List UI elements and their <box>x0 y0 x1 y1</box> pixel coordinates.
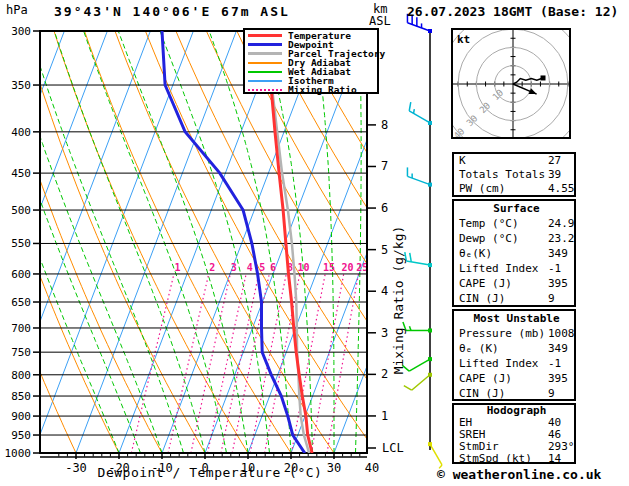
stat-value: 27 <box>548 154 561 168</box>
wind-barb-station-dot <box>428 373 432 377</box>
pressure-tick-label: 350 <box>11 79 31 92</box>
temperature-axis-label: Dewpoint / Temperature (°C) <box>90 465 330 480</box>
wind-barb <box>405 252 432 267</box>
wind-barb-staff <box>406 261 430 265</box>
legend-sample-thick <box>248 43 282 46</box>
wind-barb-tick <box>409 102 411 111</box>
wind-barb-staff <box>409 359 430 371</box>
stats-panel-most-unstable: Most UnstablePressure (mb)1008θₑ (K)349L… <box>452 309 576 401</box>
wind-barb-station-dot <box>428 183 432 187</box>
stat-value: 24.9 <box>548 216 575 231</box>
hodograph-trace <box>513 78 543 84</box>
altitude-axis-asl-label: ASL <box>369 14 391 28</box>
hodograph-unit-label: kt <box>457 33 470 46</box>
legend-box: TemperatureDewpointParcel TrajectoryDry … <box>243 28 379 94</box>
mixing-ratio-line <box>232 274 269 453</box>
temp-tick-label: -30 <box>65 461 87 475</box>
mixing-ratio-value-label: 20 <box>341 262 353 273</box>
stat-label: StmSpd (kt) <box>459 452 532 465</box>
stat-label: Pressure (mb) <box>459 327 545 340</box>
stat-label: CIN (J) <box>459 387 505 400</box>
legend-sample-thin <box>248 62 282 64</box>
hodograph-trace-end-marker <box>541 75 546 80</box>
km-tick-label: 8 <box>381 118 388 132</box>
km-tick-label: 6 <box>381 201 388 215</box>
pressure-tick-label: 550 <box>11 237 31 250</box>
wind-barb <box>428 442 442 468</box>
isotherm-line <box>0 31 64 453</box>
stat-label: CAPE (J) <box>459 277 512 290</box>
stat-row: Dewp (°C)23.2 <box>454 231 574 246</box>
stat-row: K27 <box>454 154 574 168</box>
dewpoint-curve <box>162 31 305 453</box>
wind-barb <box>407 167 432 186</box>
pressure-tick-label: 900 <box>11 410 31 423</box>
km-tick-label: 3 <box>381 326 388 340</box>
mixing-ratio-value-label: 6 <box>270 262 276 273</box>
wind-barb-station-dot <box>428 263 432 267</box>
temp-tick-label: 40 <box>365 461 379 475</box>
stats-panel-surface: SurfaceTemp (°C)24.9Dewp (°C)23.2θₑ(K)34… <box>452 199 576 307</box>
mixing-ratio-value-label: 10 <box>297 262 309 273</box>
stat-label: Totals Totals <box>459 168 545 181</box>
legend-sample-thick <box>248 52 282 55</box>
wet-adiabat-line <box>160 31 270 453</box>
pressure-tick-label: 500 <box>11 204 31 217</box>
stat-value: 23.2 <box>548 231 575 246</box>
stat-value: 349 <box>548 246 568 261</box>
stat-row: CIN (J)9 <box>454 291 574 306</box>
pressure-tick-label: 600 <box>11 268 31 281</box>
stats-panel-hodograph: HodographEH40SREH46StmDir293°StmSpd (kt)… <box>452 403 576 464</box>
stat-row: CAPE (J)395 <box>454 371 574 386</box>
wind-barb <box>409 102 432 125</box>
km-tick-label: 2 <box>381 367 388 381</box>
stat-label: Temp (°C) <box>459 217 519 230</box>
station-title: 39°43'N 140°06'E 67m ASL <box>54 4 290 19</box>
panel-title: Surface <box>454 201 574 216</box>
stat-row: Totals Totals39 <box>454 168 574 182</box>
stat-row: PW (cm)4.55 <box>454 182 574 196</box>
stat-row: θₑ (K)349 <box>454 341 574 356</box>
mixing-ratio-line <box>327 274 359 453</box>
stat-label: CAPE (J) <box>459 372 512 385</box>
legend-item: Mixing Ratio <box>248 85 377 94</box>
pressure-tick-label: 400 <box>11 126 31 139</box>
stat-value: 395 <box>548 371 568 386</box>
stats-panel: K27Totals Totals39PW (cm)4.55 <box>452 152 576 197</box>
copyright-watermark: © weatheronline.co.uk <box>437 467 601 482</box>
isotherm-line <box>119 31 279 453</box>
mixing-ratio-value-label: 4 <box>247 262 253 273</box>
mixing-ratio-value-label: 1 <box>174 262 180 273</box>
stat-label: θₑ (K) <box>459 342 499 355</box>
mixing-ratio-line <box>168 274 209 453</box>
stat-label: Dewp (°C) <box>459 232 519 245</box>
stat-row: Lifted Index-1 <box>454 261 574 276</box>
run-datetime: 26.07.2023 18GMT (Base: 12) <box>407 4 618 19</box>
mixing-ratio-value-label: 15 <box>323 262 335 273</box>
stat-label: CIN (J) <box>459 292 505 305</box>
wind-barb-staff <box>412 375 430 390</box>
stat-row: CAPE (J)395 <box>454 276 574 291</box>
pressure-tick-label: 450 <box>11 167 31 180</box>
stat-value: 39 <box>548 168 561 182</box>
pressure-tick-label: 700 <box>11 322 31 335</box>
wind-barb-staff <box>407 176 430 184</box>
wind-barb <box>403 322 432 332</box>
pressure-tick-label: 850 <box>11 390 31 403</box>
wind-barb-staff <box>407 23 430 31</box>
panel-title: Most Unstable <box>454 311 574 326</box>
pressure-tick-label: 950 <box>11 429 31 442</box>
wind-barb-column <box>402 14 442 469</box>
legend-sample-thick <box>248 34 282 37</box>
stat-row: Temp (°C)24.9 <box>454 216 574 231</box>
wind-barb-station-dot <box>428 29 432 33</box>
stat-label: PW (cm) <box>459 182 505 195</box>
km-tick-label: 4 <box>381 284 388 298</box>
mixing-ratio-value-label: 3 <box>231 262 237 273</box>
mixing-ratio-value-label: 5 <box>259 262 265 273</box>
pressure-tick-label: 800 <box>11 369 31 382</box>
stat-value: 349 <box>548 341 568 356</box>
wind-barb-station-dot <box>428 121 432 125</box>
stat-row: Lifted Index-1 <box>454 356 574 371</box>
wind-barb-staff <box>430 444 442 465</box>
